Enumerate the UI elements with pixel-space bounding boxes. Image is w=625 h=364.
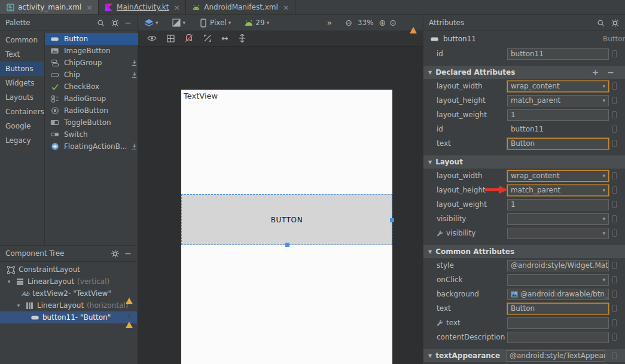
text-appearance-dropdown[interactable]: @android:style/TextAppear▾: [506, 350, 605, 362]
attr-flag-icon[interactable]: [612, 140, 617, 147]
attr-flag-icon[interactable]: [612, 201, 617, 208]
attr-flag-icon[interactable]: [612, 334, 617, 341]
design-surface[interactable]: TextView BUTTON: [138, 47, 423, 364]
tree-item-constraintlayout[interactable]: ConstraintLayout: [0, 264, 137, 276]
zoom-to-fit-icon[interactable]: ⊙: [389, 18, 397, 27]
palette-category-common[interactable]: Common: [0, 33, 44, 47]
tab-activity-main-xml[interactable]: activity_main.xml ×: [0, 0, 99, 14]
attr-flag-icon[interactable]: [612, 262, 617, 269]
id-input[interactable]: button11: [507, 48, 609, 60]
palette-category-widgets[interactable]: Widgets: [0, 76, 44, 90]
attr-flag-icon[interactable]: [612, 111, 617, 118]
attr-flag-icon[interactable]: [612, 82, 617, 90]
palette-category-google[interactable]: Google: [0, 119, 44, 133]
palette-item-radiogroup[interactable]: RadioGroup: [45, 93, 142, 105]
close-icon[interactable]: ×: [173, 4, 180, 11]
close-icon[interactable]: ×: [283, 4, 289, 11]
section-common-attributes[interactable]: ▼ Common Attributes: [423, 245, 625, 258]
text-input[interactable]: Button: [507, 303, 609, 314]
palette-item-radiobutton[interactable]: RadioButton: [45, 105, 142, 117]
zoom-out-icon[interactable]: ⊖: [345, 18, 352, 27]
expand-horizontal-icon[interactable]: ↔: [221, 34, 228, 42]
palette-item-switch[interactable]: Switch: [45, 129, 142, 140]
palette-category-buttons[interactable]: Buttons: [0, 62, 44, 76]
clear-constraints-icon[interactable]: [203, 33, 212, 43]
device-selector[interactable]: Pixel ▾: [199, 18, 231, 27]
attr-flag-icon[interactable]: [612, 290, 617, 298]
layout-height-dropdown[interactable]: match_parent▾: [507, 95, 609, 106]
gear-icon[interactable]: [610, 18, 620, 27]
attr-flag-icon[interactable]: [612, 352, 617, 359]
attr-flag-icon[interactable]: [612, 215, 617, 222]
gear-icon[interactable]: [110, 18, 120, 27]
hide-panel-icon[interactable]: −: [124, 19, 132, 27]
attr-flag-icon[interactable]: [612, 276, 617, 283]
tree-item-textview2[interactable]: Ab textView2- "TextView" !: [0, 287, 137, 299]
section-collapse-icon[interactable]: ▼: [428, 70, 432, 75]
chevron-down-icon[interactable]: ▾: [6, 279, 12, 285]
palette-item-imagebutton[interactable]: ImageButton: [45, 45, 142, 57]
visibility-dropdown[interactable]: ▾: [507, 213, 609, 225]
overflow-chevrons-icon[interactable]: »: [327, 18, 333, 27]
hide-panel-icon[interactable]: −: [124, 249, 132, 258]
attr-flag-icon[interactable]: [612, 126, 617, 133]
chevron-down-icon[interactable]: ▾: [16, 302, 22, 308]
render-warning-icon[interactable]: !: [410, 19, 417, 27]
palette-item-togglebutton[interactable]: ToggleButton: [45, 117, 142, 129]
section-declared-attributes[interactable]: ▼ Declared Attributes + −: [423, 66, 625, 79]
layout-weight-input[interactable]: 1: [507, 109, 609, 121]
tab-mainactivity-kt[interactable]: MainActivity.kt ×: [99, 0, 186, 14]
zoom-in-icon[interactable]: ⊕: [379, 18, 386, 27]
view-options-icon[interactable]: [147, 33, 157, 43]
text-input[interactable]: Button: [507, 138, 609, 149]
section-collapse-icon[interactable]: ▼: [428, 353, 432, 359]
style-dropdown[interactable]: @android:style/Widget.Mat▾: [507, 260, 609, 271]
layout-width-dropdown[interactable]: wrap_content▾: [507, 170, 609, 182]
content-description-input[interactable]: [507, 332, 609, 343]
attr-flag-icon[interactable]: [612, 186, 617, 194]
design-surface-selector[interactable]: ▾: [144, 18, 158, 27]
palette-category-layouts[interactable]: Layouts: [0, 90, 44, 105]
orientation-selector[interactable]: ▾: [172, 18, 186, 27]
section-text-appearance[interactable]: ▼ textAppearance @android:style/TextAppe…: [423, 349, 625, 362]
tree-item-button11[interactable]: button11- "Button" !: [0, 311, 137, 323]
warning-icon[interactable]: !: [126, 289, 133, 298]
search-icon[interactable]: [96, 18, 105, 27]
onclick-dropdown[interactable]: ▾: [507, 274, 609, 286]
gear-icon[interactable]: [110, 249, 120, 258]
canvas-textview[interactable]: TextView: [184, 91, 218, 100]
api-selector[interactable]: 29 ▾: [244, 18, 269, 27]
layout-width-dropdown[interactable]: wrap_content▾: [507, 81, 609, 92]
attr-flag-icon[interactable]: [612, 172, 617, 179]
palette-category-text[interactable]: Text: [0, 47, 44, 62]
tree-item-linearlayout-vertical[interactable]: ▾ LinearLayout (vertical): [0, 276, 137, 287]
blueprint-toggle-icon[interactable]: [166, 33, 175, 43]
palette-item-chipgroup[interactable]: ChipGroup: [45, 57, 142, 69]
attr-flag-icon[interactable]: [612, 230, 617, 237]
tools-text-input[interactable]: [507, 317, 609, 329]
remove-attribute-icon[interactable]: −: [605, 68, 617, 77]
attr-flag-icon[interactable]: [612, 97, 617, 104]
add-attribute-icon[interactable]: +: [590, 68, 602, 77]
palette-item-button[interactable]: Button: [45, 33, 142, 45]
section-layout[interactable]: ▼ Layout: [423, 155, 625, 169]
palette-category-legacy[interactable]: Legacy: [0, 133, 44, 148]
palette-category-containers[interactable]: Containers: [0, 105, 44, 119]
layout-weight-input[interactable]: 1: [507, 199, 609, 210]
id-value[interactable]: button11: [507, 124, 609, 135]
default-margins-icon[interactable]: [237, 33, 247, 43]
section-collapse-icon[interactable]: ▼: [428, 249, 432, 255]
device-screen[interactable]: TextView BUTTON: [181, 90, 392, 364]
tab-androidmanifest-xml[interactable]: AndroidManifest.xml ×: [186, 0, 295, 14]
resize-handle-right[interactable]: [390, 218, 394, 222]
attr-flag-icon[interactable]: [612, 305, 617, 312]
search-icon[interactable]: [596, 18, 605, 27]
attr-flag-icon[interactable]: [612, 319, 617, 326]
canvas-selected-button[interactable]: BUTTON: [181, 194, 392, 245]
tools-visibility-dropdown[interactable]: ▾: [507, 228, 609, 239]
attr-flag-icon[interactable]: [612, 50, 617, 57]
background-input[interactable]: @android:drawable/btn_defau: [507, 289, 609, 300]
close-icon[interactable]: ×: [86, 4, 93, 11]
resize-handle-bottom[interactable]: [285, 243, 289, 247]
section-collapse-icon[interactable]: ▼: [428, 160, 432, 165]
